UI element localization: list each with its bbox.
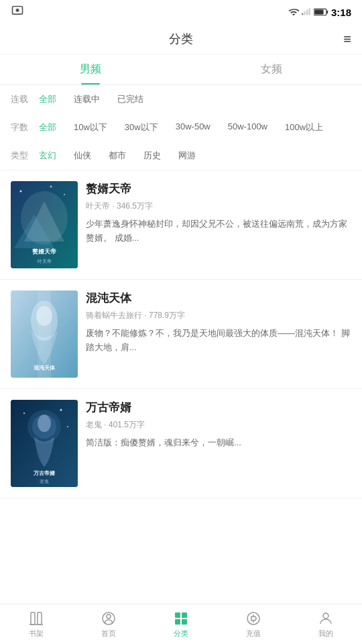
svg-point-26	[38, 415, 51, 432]
filter-row-wordcount: 字数 全部 10w以下 30w以下 30w-50w 50w-100w 100w以…	[11, 113, 351, 142]
filter-options-genre: 玄幻 仙侠 都市 历史 网游	[32, 147, 351, 164]
filter-row-serial: 连载 全部 连载中 已完结	[11, 85, 351, 113]
tab-male[interactable]: 男频	[0, 54, 181, 85]
nav-recharge-label: 充值	[246, 629, 261, 639]
filter-label-genre: 类型	[11, 150, 32, 162]
svg-rect-8	[314, 9, 323, 14]
book-info-3: 万古帝婿 老鬼 · 401.5万字 简洁版：痴傻赘婿，魂归来兮，一朝崛...	[86, 400, 351, 487]
status-left-icon	[11, 5, 24, 20]
status-time: 3:18	[331, 7, 351, 18]
svg-rect-40	[182, 619, 187, 625]
list-item[interactable]: 万古帝婿 老鬼 万古帝婿 老鬼 · 401.5万字 简洁版：痴傻赘婿，魂归来兮，…	[0, 389, 362, 498]
filter-genre-xuanhuan[interactable]: 玄幻	[32, 147, 63, 164]
book-cover-3: 万古帝婿 老鬼	[11, 400, 78, 487]
svg-point-27	[23, 413, 25, 414]
list-item[interactable]: 混沌天体 混沌天体 骑着蜗牛去旅行 · 778.9万字 废物？不能修炼？不，我乃…	[0, 280, 362, 389]
svg-point-1	[16, 8, 19, 11]
filter-options-wordcount: 全部 10w以下 30w以下 30w-50w 50w-100w 100w以上	[32, 119, 351, 136]
book-meta: 叶天帝 · 346.5万字	[86, 201, 351, 212]
svg-text:叶天帝: 叶天帝	[38, 259, 52, 264]
page-title: 分类	[169, 31, 193, 47]
svg-rect-7	[326, 11, 328, 14]
menu-button[interactable]: ≡	[343, 32, 351, 47]
header: 分类 ≡	[0, 24, 362, 54]
book-cover-1: 赘婿天帝 叶天帝	[11, 181, 78, 268]
filter-serial-all[interactable]: 全部	[32, 91, 63, 108]
book-desc: 废物？不能修炼？不，我乃是天地间最强大的体质——混沌天体！ 脚踏大地，肩...	[86, 327, 351, 355]
svg-point-29	[67, 426, 68, 427]
list-item[interactable]: 赘婿天帝 叶天帝 赘婿天帝 叶天帝 · 346.5万字 少年萧逸身怀神秘封印，却…	[0, 170, 362, 280]
nav-mine[interactable]: 我的	[290, 604, 362, 644]
nav-category[interactable]: 分类	[145, 604, 217, 644]
book-desc: 少年萧逸身怀神秘封印，却因父兄不公，被送往偏远南荒，成为方家赘婿。 成婚...	[86, 217, 351, 246]
tab-female[interactable]: 女频	[181, 54, 362, 85]
filter-wc-all[interactable]: 全部	[32, 119, 63, 136]
book-title: 混沌天体	[86, 290, 351, 306]
book-info-2: 混沌天体 骑着蜗牛去旅行 · 778.9万字 废物？不能修炼？不，我乃是天地间最…	[86, 290, 351, 378]
status-right-icons: 3:18	[288, 7, 351, 18]
book-title: 赘婿天帝	[86, 181, 351, 197]
svg-point-28	[60, 409, 62, 411]
book-desc: 简洁版：痴傻赘婿，魂归来兮，一朝崛...	[86, 436, 351, 450]
filter-label-serial: 连载	[11, 93, 32, 105]
bottom-nav: 书架 首页 分类 充值 我的	[0, 604, 362, 644]
filter-wc-gt100w[interactable]: 100w以上	[278, 119, 330, 136]
svg-text:万古帝婿: 万古帝婿	[33, 470, 56, 476]
svg-point-15	[50, 186, 52, 188]
nav-recharge[interactable]: 充值	[217, 604, 290, 644]
main-tabs: 男频 女频	[0, 54, 362, 85]
svg-rect-2	[302, 13, 303, 15]
book-meta: 老鬼 · 401.5万字	[86, 419, 351, 431]
filter-genre-wangyou[interactable]: 网游	[172, 147, 202, 164]
nav-category-label: 分类	[174, 629, 188, 639]
svg-rect-4	[306, 10, 308, 15]
filter-wc-lt30w[interactable]: 30w以下	[118, 119, 165, 136]
svg-rect-38	[182, 612, 187, 618]
filter-row-genre: 类型 玄幻 仙侠 都市 历史 网游	[11, 142, 351, 170]
filter-serial-ongoing[interactable]: 连载中	[67, 91, 107, 108]
filter-label-wordcount: 字数	[11, 121, 32, 133]
svg-point-14	[64, 194, 65, 195]
book-meta: 骑着蜗牛去旅行 · 778.9万字	[86, 310, 351, 321]
svg-rect-33	[38, 612, 42, 625]
svg-rect-3	[304, 11, 305, 15]
svg-text:混沌天体: 混沌天体	[34, 365, 56, 371]
svg-point-13	[20, 191, 22, 193]
nav-shelf[interactable]: 书架	[0, 604, 72, 644]
filter-wc-lt10w[interactable]: 10w以下	[67, 119, 114, 136]
book-cover-2: 混沌天体	[11, 290, 78, 378]
svg-point-36	[107, 614, 111, 619]
book-title: 万古帝婿	[86, 400, 351, 415]
book-info-1: 赘婿天帝 叶天帝 · 346.5万字 少年萧逸身怀神秘封印，却因父兄不公，被送往…	[86, 181, 351, 268]
nav-shelf-label: 书架	[29, 629, 44, 639]
nav-home-label: 首页	[101, 629, 116, 639]
filter-options-serial: 全部 连载中 已完结	[32, 91, 351, 108]
svg-rect-39	[175, 619, 180, 625]
filter-genre-xianxia[interactable]: 仙侠	[67, 147, 98, 164]
svg-point-44	[323, 613, 328, 619]
svg-point-41	[247, 612, 259, 625]
filter-wc-30w50w[interactable]: 30w-50w	[169, 119, 217, 136]
svg-rect-32	[31, 612, 35, 625]
svg-rect-37	[175, 612, 180, 618]
filter-genre-lishi[interactable]: 历史	[137, 147, 168, 164]
svg-rect-5	[308, 8, 310, 15]
svg-text:老鬼: 老鬼	[40, 479, 49, 484]
filter-section: 连载 全部 连载中 已完结 字数 全部 10w以下 30w以下 30w-50w …	[0, 85, 362, 170]
filter-genre-dushi[interactable]: 都市	[102, 147, 133, 164]
svg-text:赘婿天帝: 赘婿天帝	[32, 248, 56, 255]
filter-wc-50w100w[interactable]: 50w-100w	[221, 119, 274, 136]
nav-mine-label: 我的	[318, 629, 333, 639]
filter-serial-completed[interactable]: 已完结	[111, 91, 150, 108]
book-list: 赘婿天帝 叶天帝 赘婿天帝 叶天帝 · 346.5万字 少年萧逸身怀神秘封印，却…	[0, 170, 362, 498]
status-bar: 3:18	[0, 0, 362, 24]
nav-home[interactable]: 首页	[72, 604, 145, 644]
